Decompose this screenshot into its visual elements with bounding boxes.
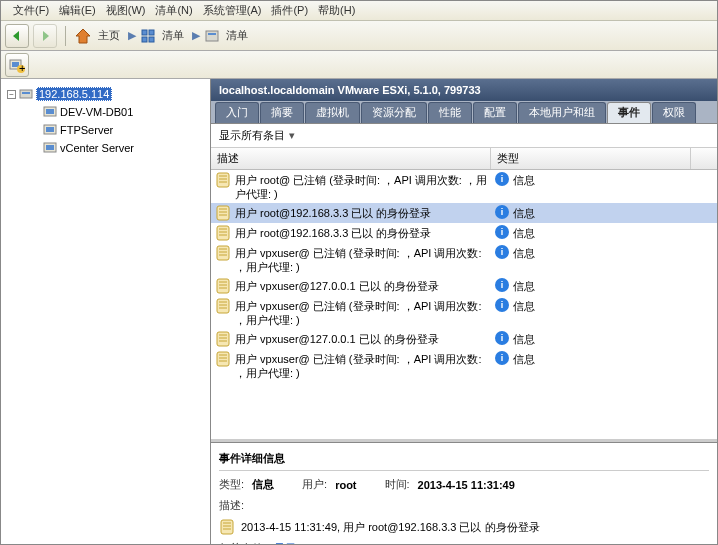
table-row[interactable]: 用户 vpxuser@ 已注销 (登录时间: ，API 调用次数: ，用户代理:… xyxy=(211,296,717,329)
tab-配置[interactable]: 配置 xyxy=(473,102,517,123)
cell-type: i信息 xyxy=(491,203,691,223)
events-view: 显示所有条目 ▾ 描述 类型 用户 root@ 已注销 (登录时间: ，API … xyxy=(211,123,717,545)
inventory-icon[interactable] xyxy=(140,28,156,44)
detail-user-label: 用户: xyxy=(302,477,327,492)
svg-rect-11 xyxy=(22,92,30,94)
details-title: 事件详细信息 xyxy=(219,449,709,471)
scroll-icon xyxy=(215,205,231,221)
table-row[interactable]: 用户 root@192.168.3.3 已以 的身份登录i信息 xyxy=(211,203,717,223)
collapse-icon[interactable]: − xyxy=(7,90,16,99)
tab-资源分配[interactable]: 资源分配 xyxy=(361,102,427,123)
home-icon[interactable] xyxy=(74,27,92,45)
detail-type-label: 类型: xyxy=(219,477,244,492)
tab-bar: 入门摘要虚拟机资源分配性能配置本地用户和组事件权限 xyxy=(211,101,717,123)
info-icon: i xyxy=(495,225,509,239)
tree-node-label: FTPServer xyxy=(60,124,113,136)
detail-time-label: 时间: xyxy=(385,477,410,492)
main-area: − 192.168.5.114 DEV-VM-DB01FTPServervCen… xyxy=(1,79,717,545)
table-row[interactable]: 用户 vpxuser@ 已注销 (登录时间: ，API 调用次数: ，用户代理:… xyxy=(211,243,717,276)
info-icon: i xyxy=(495,245,509,259)
new-vm-button[interactable]: + xyxy=(5,53,29,77)
svg-rect-50 xyxy=(221,520,233,534)
svg-rect-38 xyxy=(217,299,229,313)
svg-rect-1 xyxy=(149,30,154,35)
tab-入门[interactable]: 入门 xyxy=(215,102,259,123)
scroll-icon xyxy=(219,519,235,535)
svg-rect-42 xyxy=(217,332,229,346)
inventory-label-1[interactable]: 清单 xyxy=(162,28,184,43)
tree-node[interactable]: DEV-VM-DB01 xyxy=(3,103,208,121)
tab-本地用户和组[interactable]: 本地用户和组 xyxy=(518,102,606,123)
tab-性能[interactable]: 性能 xyxy=(428,102,472,123)
cell-type: i信息 xyxy=(491,296,691,329)
menu-item[interactable]: 系统管理(A) xyxy=(203,3,262,18)
nav-forward-button[interactable] xyxy=(33,24,57,48)
svg-rect-17 xyxy=(46,145,54,150)
filter-row[interactable]: 显示所有条目 ▾ xyxy=(211,124,717,148)
cell-desc: 用户 vpxuser@127.0.0.1 已以 的身份登录 xyxy=(211,329,491,349)
table-row[interactable]: 用户 root@192.168.3.3 已以 的身份登录i信息 xyxy=(211,223,717,243)
svg-rect-4 xyxy=(206,31,218,41)
info-icon: i xyxy=(495,205,509,219)
nav-back-button[interactable] xyxy=(5,24,29,48)
cell-desc: 用户 vpxuser@ 已注销 (登录时间: ，API 调用次数: ，用户代理:… xyxy=(211,243,491,276)
menu-item[interactable]: 清单(N) xyxy=(155,3,192,18)
tree-node[interactable]: vCenter Server xyxy=(3,139,208,157)
filter-label: 显示所有条目 xyxy=(219,128,285,143)
menu-item[interactable]: 编辑(E) xyxy=(59,3,96,18)
detail-desc-label: 描述: xyxy=(219,498,244,513)
svg-rect-0 xyxy=(142,30,147,35)
tree-node-label: DEV-VM-DB01 xyxy=(60,106,133,118)
vm-icon xyxy=(43,123,57,137)
svg-rect-13 xyxy=(46,109,54,114)
tree-node-label: vCenter Server xyxy=(60,142,134,154)
detail-related-label: 相关事件: xyxy=(219,541,266,545)
tab-虚拟机[interactable]: 虚拟机 xyxy=(305,102,360,123)
scroll-icon xyxy=(215,245,231,261)
tab-摘要[interactable]: 摘要 xyxy=(260,102,304,123)
host-icon xyxy=(19,87,33,101)
col-type[interactable]: 类型 xyxy=(491,148,691,169)
svg-rect-26 xyxy=(217,226,229,240)
menu-item[interactable]: 插件(P) xyxy=(271,3,308,18)
menu-item[interactable]: 文件(F) xyxy=(13,3,49,18)
events-table[interactable]: 描述 类型 用户 root@ 已注销 (登录时间: ，API 调用次数: ，用户… xyxy=(211,148,717,442)
home-label[interactable]: 主页 xyxy=(98,28,120,43)
scroll-icon xyxy=(215,225,231,241)
svg-rect-22 xyxy=(217,206,229,220)
detail-user-value: root xyxy=(335,479,356,491)
scroll-icon xyxy=(215,331,231,347)
tree-root-label[interactable]: 192.168.5.114 xyxy=(36,87,112,101)
svg-rect-30 xyxy=(217,246,229,260)
content-panel: localhost.localdomain VMware ESXi, 5.1.0… xyxy=(211,79,717,545)
menu-item[interactable]: 帮助(H) xyxy=(318,3,355,18)
chevron-down-icon[interactable]: ▾ xyxy=(289,129,295,142)
scroll-icon xyxy=(215,172,231,188)
col-desc[interactable]: 描述 xyxy=(211,148,491,169)
menu-item[interactable]: 视图(W) xyxy=(106,3,146,18)
cell-type: i信息 xyxy=(491,349,691,382)
table-row[interactable]: 用户 root@ 已注销 (登录时间: ，API 调用次数: ，用户代理: )i… xyxy=(211,170,717,203)
vm-icon xyxy=(43,141,57,155)
toolbar: 主页 ▶ 清单 ▶ 清单 xyxy=(1,21,717,51)
show-link[interactable]: 显示 xyxy=(274,541,296,545)
tree-root[interactable]: − 192.168.5.114 xyxy=(3,85,208,103)
cell-desc: 用户 vpxuser@127.0.0.1 已以 的身份登录 xyxy=(211,276,491,296)
scroll-icon xyxy=(215,351,231,367)
scroll-icon xyxy=(215,298,231,314)
host-icon[interactable] xyxy=(204,28,220,44)
tree-node[interactable]: FTPServer xyxy=(3,121,208,139)
info-icon: i xyxy=(495,331,509,345)
arrow-right-icon xyxy=(38,29,52,43)
tab-事件[interactable]: 事件 xyxy=(607,102,651,123)
tab-权限[interactable]: 权限 xyxy=(652,102,696,123)
table-row[interactable]: 用户 vpxuser@127.0.0.1 已以 的身份登录i信息 xyxy=(211,276,717,296)
inventory-label-2[interactable]: 清单 xyxy=(226,28,248,43)
info-icon: i xyxy=(495,278,509,292)
svg-rect-5 xyxy=(208,33,216,35)
sidebar-tree[interactable]: − 192.168.5.114 DEV-VM-DB01FTPServervCen… xyxy=(1,79,211,545)
table-row[interactable]: 用户 vpxuser@127.0.0.1 已以 的身份登录i信息 xyxy=(211,329,717,349)
scroll-icon xyxy=(215,278,231,294)
table-row[interactable]: 用户 vpxuser@ 已注销 (登录时间: ，API 调用次数: ，用户代理:… xyxy=(211,349,717,382)
info-icon: i xyxy=(495,298,509,312)
